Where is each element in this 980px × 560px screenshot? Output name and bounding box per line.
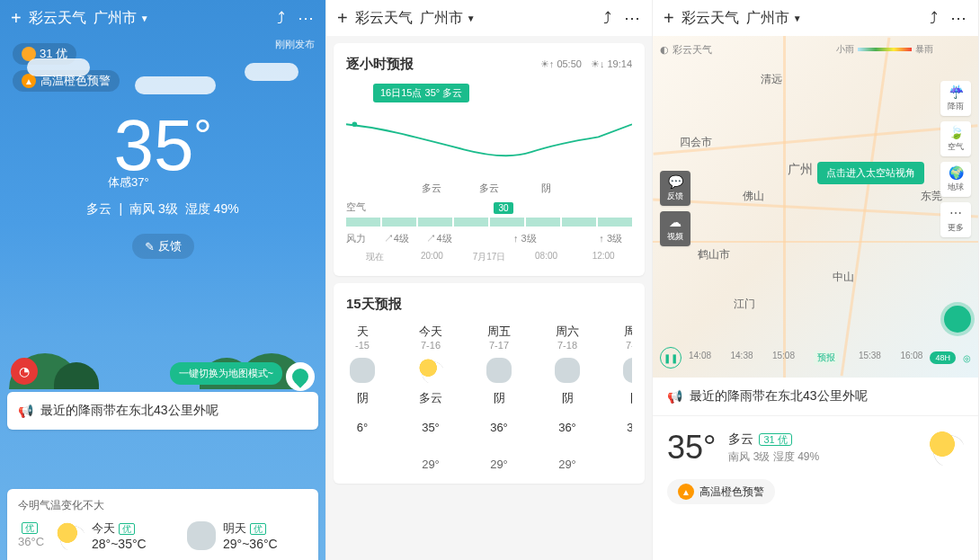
video-tool[interactable]: ☁视频 <box>660 211 690 246</box>
summary-temp: 35° <box>667 429 716 467</box>
app-title: 彩云天气 <box>355 9 413 28</box>
current-location[interactable]: 广州市 <box>746 9 789 28</box>
city-label: 佛山 <box>743 189 764 204</box>
current-location[interactable]: 广州市 <box>94 9 137 28</box>
forecast-day[interactable]: 周日7-19阴35° <box>601 324 632 471</box>
sun-times: ☀↑ 05:50☀↓ 19:14 <box>540 58 632 70</box>
hourly-title: 逐小时预报 <box>346 56 540 73</box>
share-icon[interactable]: ⤴ <box>272 9 290 27</box>
48h-button[interactable]: 48H <box>930 351 956 364</box>
space-view-button[interactable]: 点击进入太空站视角 <box>817 162 924 184</box>
weather-summary: 35° 多云31 优 南风 3级 湿度 49% <box>653 416 978 479</box>
sunset-icon: ☀↓ 19:14 <box>591 58 632 70</box>
add-location-icon[interactable]: + <box>11 8 22 29</box>
app-title: 彩云天气 <box>29 9 86 28</box>
forecast15-title: 15天预报 <box>346 296 632 313</box>
left-tools: 💬反馈 ☁视频 <box>660 171 690 246</box>
screen-hourly: + 彩云天气 广州市 ▼ ⤴ ⋯ 逐小时预报 ☀↑ 05:50☀↓ 19:14 … <box>326 0 653 560</box>
share-icon[interactable]: ⤴ <box>924 9 942 27</box>
megaphone-icon: 📢 <box>18 404 33 418</box>
roads-layer <box>653 36 978 378</box>
weather-icon <box>350 358 375 383</box>
feedback-tool[interactable]: 💬反馈 <box>660 171 690 206</box>
temp-chart[interactable] <box>346 108 632 178</box>
rain-layer-tool[interactable]: ☔降雨 <box>940 81 971 116</box>
feedback-button[interactable]: ✎反馈 <box>132 234 194 259</box>
tmall-icon[interactable]: ◔ <box>11 358 38 385</box>
aqi-bars <box>346 218 632 227</box>
forecast-day[interactable]: 今天7-16多云35°29° <box>396 324 465 471</box>
svg-point-0 <box>352 121 358 127</box>
warning-icon: ▲ <box>22 74 36 88</box>
forecast15-list[interactable]: 天-15阴6°今天7-16多云35°29°周五7-17阴36°29°周六7-18… <box>328 324 632 471</box>
current-chip: 16日15点 35° 多云 <box>373 84 469 102</box>
rain-notification[interactable]: 📢最近的降雨带在东北43公里外呢 <box>653 378 978 416</box>
weather-meta: 多云|南风 3级湿度 49% <box>0 201 325 218</box>
add-location-icon[interactable]: + <box>337 8 348 29</box>
header: + 彩云天气 广州市 ▼ ⤴ ⋯ <box>0 0 325 36</box>
rain-legend: 小雨暴雨 <box>836 43 933 56</box>
more-icon[interactable]: ⋯ <box>297 9 315 27</box>
time-row: 现在20:007月17日08:0012:00 <box>346 251 632 263</box>
weather-icon <box>418 358 443 383</box>
add-location-icon[interactable]: + <box>664 8 674 29</box>
air-layer-tool[interactable]: 🍃空气 <box>940 121 971 156</box>
map-logo: ◐彩云天气 <box>660 43 712 57</box>
aqi-badge[interactable]: 31 优 <box>13 43 76 65</box>
tomorrow-forecast[interactable]: 明天优29°~36°C <box>187 520 307 551</box>
face-icon <box>22 47 36 61</box>
weather-warning[interactable]: ▲高温橙色预警 <box>667 479 775 504</box>
sun-cloud-icon <box>928 430 964 466</box>
more-icon[interactable]: ⋯ <box>949 9 967 27</box>
city-label: 江门 <box>734 297 755 312</box>
map-pin-button[interactable] <box>286 362 315 391</box>
city-label: 东莞 <box>921 189 942 204</box>
weather-warning[interactable]: ▲高温橙色预警 <box>13 70 120 92</box>
map-switch-button[interactable]: 一键切换为地图模式~ <box>170 362 282 385</box>
forecast-day[interactable]: 周五7-17阴36°29° <box>465 324 533 471</box>
timeline[interactable]: ❚❚ 14:0814:3815:08预报15:3816:08 48H ◎ <box>660 347 971 369</box>
main-temperature: 35° <box>0 110 325 182</box>
pencil-icon: ✎ <box>145 240 155 253</box>
header: + 彩云天气 广州市 ▼ ⤴ ⋯ <box>326 0 652 36</box>
aqi-badge-prev: 优 <box>22 522 38 534</box>
rain-notification[interactable]: 📢最近的降雨带在东北43公里外呢 <box>7 392 318 430</box>
prev-temp: 优36°C <box>18 520 45 551</box>
city-label: 四会市 <box>680 135 712 150</box>
share-icon[interactable]: ⤴ <box>598 9 616 27</box>
today-tomorrow-card: 今明气温变化不大 优36°C 今天优28°~35°C 明天优29°~36°C <box>7 489 318 560</box>
city-label: 清远 <box>761 72 782 87</box>
screen-map: + 彩云天气 广州市 ▼ ⤴ ⋯ ◐彩云天气 小雨暴雨 清远 四会市 广州 佛山… <box>653 0 979 560</box>
sunrise-icon: ☀↑ 05:50 <box>540 58 582 70</box>
feels-like: 体感37° <box>108 174 325 191</box>
publish-time: 刚刚发布 <box>275 38 315 51</box>
target-icon[interactable]: ◎ <box>963 353 971 363</box>
more-icon[interactable]: ⋯ <box>623 9 641 27</box>
sun-cloud-icon <box>56 521 85 550</box>
weather-map[interactable]: ◐彩云天气 小雨暴雨 清远 四会市 广州 佛山 东莞 鹤山市 中山 江门 💬反馈… <box>653 36 978 378</box>
city-label: 中山 <box>833 270 854 285</box>
weather-icon <box>486 358 512 383</box>
condition-row: 多云多云阴 <box>346 182 632 195</box>
forecast15-card: 15天预报 天-15阴6°今天7-16多云35°29°周五7-17阴36°29°… <box>334 283 645 484</box>
hourly-card: 逐小时预报 ☀↑ 05:50☀↓ 19:14 16日15点 35° 多云 多云多… <box>334 43 645 276</box>
locate-button[interactable] <box>944 306 971 333</box>
cloud-icon <box>187 521 216 550</box>
forecast-day[interactable]: 周六7-18阴36°29° <box>533 324 601 471</box>
city-label: 广州 <box>788 162 813 178</box>
chevron-down-icon[interactable]: ▼ <box>140 13 149 23</box>
today-forecast[interactable]: 今天优28°~35°C <box>56 520 176 551</box>
wind-row: ↗4级↗4级↑ 3级↑ 3级 <box>375 232 632 245</box>
forecast-day[interactable]: 天-15阴6° <box>328 324 396 471</box>
screen-home: + 彩云天气 广州市 ▼ ⤴ ⋯ 刚刚发布 31 优 ▲高温橙色预警 35° 体… <box>0 0 326 560</box>
right-tools: ☔降雨 🍃空气 🌍地球 ⋯更多 <box>940 81 971 237</box>
pause-icon[interactable]: ❚❚ <box>660 347 682 369</box>
megaphone-icon: 📢 <box>667 389 682 404</box>
current-location[interactable]: 广州市 <box>420 9 463 28</box>
chevron-down-icon[interactable]: ▼ <box>467 13 476 23</box>
chevron-down-icon[interactable]: ▼ <box>793 13 802 23</box>
app-title: 彩云天气 <box>682 9 739 28</box>
more-layer-tool[interactable]: ⋯更多 <box>940 202 971 237</box>
earth-layer-tool[interactable]: 🌍地球 <box>940 162 971 197</box>
weather-icon <box>623 358 632 383</box>
